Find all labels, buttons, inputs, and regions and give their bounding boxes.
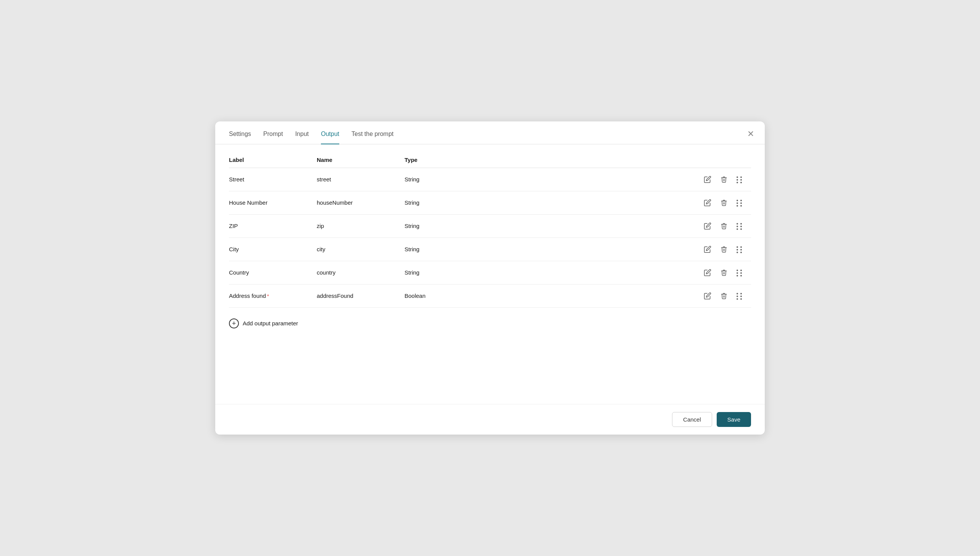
drag-button[interactable] <box>736 269 743 276</box>
cell-type: String <box>405 176 492 183</box>
trash-icon <box>720 246 727 253</box>
drag-icon <box>737 270 743 276</box>
delete-button[interactable] <box>720 292 728 300</box>
cell-label: Address found* <box>229 293 317 299</box>
cell-name: street <box>317 176 405 183</box>
tab-test-prompt[interactable]: Test the prompt <box>351 131 393 144</box>
delete-button[interactable] <box>720 268 728 277</box>
edit-button[interactable] <box>703 175 712 184</box>
cell-type: String <box>405 269 492 276</box>
drag-icon <box>737 223 743 229</box>
cell-name: houseNumber <box>317 199 405 206</box>
row-actions <box>492 268 751 277</box>
table-row: Address found* addressFound Boolean <box>229 284 751 308</box>
cell-name: city <box>317 246 405 252</box>
cell-label: House Number <box>229 199 317 206</box>
edit-icon <box>704 176 711 183</box>
required-indicator: * <box>267 293 269 299</box>
drag-icon <box>737 246 743 252</box>
drag-button[interactable] <box>736 199 743 207</box>
trash-icon <box>720 269 727 276</box>
edit-button[interactable] <box>703 198 712 207</box>
row-actions <box>492 245 751 254</box>
cell-type: String <box>405 246 492 252</box>
drag-button[interactable] <box>736 292 743 300</box>
save-button[interactable]: Save <box>717 412 751 427</box>
delete-button[interactable] <box>720 199 728 207</box>
row-actions <box>492 291 751 301</box>
tab-settings[interactable]: Settings <box>229 131 251 144</box>
drag-icon <box>737 293 743 299</box>
edit-button[interactable] <box>703 245 712 254</box>
tab-bar: Settings Prompt Input Output Test the pr… <box>215 121 765 144</box>
cell-type: Boolean <box>405 293 492 299</box>
cell-label: Street <box>229 176 317 183</box>
drag-icon <box>737 200 743 206</box>
cell-type: String <box>405 199 492 206</box>
table-header: Label Name Type <box>229 157 751 168</box>
drag-button[interactable] <box>736 246 743 253</box>
trash-icon <box>720 223 727 230</box>
row-actions <box>492 175 751 184</box>
tab-prompt[interactable]: Prompt <box>263 131 283 144</box>
dialog: ✕ Settings Prompt Input Output Test the … <box>215 121 765 435</box>
drag-icon <box>737 176 743 183</box>
header-type: Type <box>405 157 492 163</box>
add-output-parameter-button[interactable]: + Add output parameter <box>229 315 751 331</box>
header-name: Name <box>317 157 405 163</box>
content-area: Label Name Type Street street String <box>215 144 765 404</box>
plus-circle-icon: + <box>229 318 239 328</box>
cell-name: zip <box>317 223 405 229</box>
edit-icon <box>704 292 711 300</box>
cell-label: Country <box>229 269 317 276</box>
add-param-label: Add output parameter <box>243 320 298 326</box>
table-row: Street street String <box>229 168 751 191</box>
edit-button[interactable] <box>703 268 712 277</box>
delete-button[interactable] <box>720 245 728 254</box>
drag-button[interactable] <box>736 176 743 183</box>
cell-label: ZIP <box>229 223 317 229</box>
trash-icon <box>720 199 727 206</box>
delete-button[interactable] <box>720 175 728 184</box>
delete-button[interactable] <box>720 222 728 230</box>
cell-name: addressFound <box>317 293 405 299</box>
tab-output[interactable]: Output <box>321 131 339 144</box>
edit-button[interactable] <box>703 221 712 231</box>
edit-icon <box>704 222 711 230</box>
cell-type: String <box>405 223 492 229</box>
table-row: ZIP zip String <box>229 215 751 238</box>
table-row: City city String <box>229 238 751 261</box>
cancel-button[interactable]: Cancel <box>672 412 712 427</box>
row-actions <box>492 198 751 207</box>
edit-icon <box>704 269 711 276</box>
table-row: Country country String <box>229 261 751 284</box>
trash-icon <box>720 176 727 183</box>
cell-name: country <box>317 269 405 276</box>
edit-button[interactable] <box>703 291 712 301</box>
table-row: House Number houseNumber String <box>229 191 751 215</box>
row-actions <box>492 221 751 231</box>
close-button[interactable]: ✕ <box>746 128 756 140</box>
tab-input[interactable]: Input <box>295 131 309 144</box>
edit-icon <box>704 246 711 253</box>
header-label: Label <box>229 157 317 163</box>
drag-button[interactable] <box>736 222 743 230</box>
footer: Cancel Save <box>215 404 765 435</box>
trash-icon <box>720 293 727 299</box>
cell-label: City <box>229 246 317 252</box>
edit-icon <box>704 199 711 207</box>
